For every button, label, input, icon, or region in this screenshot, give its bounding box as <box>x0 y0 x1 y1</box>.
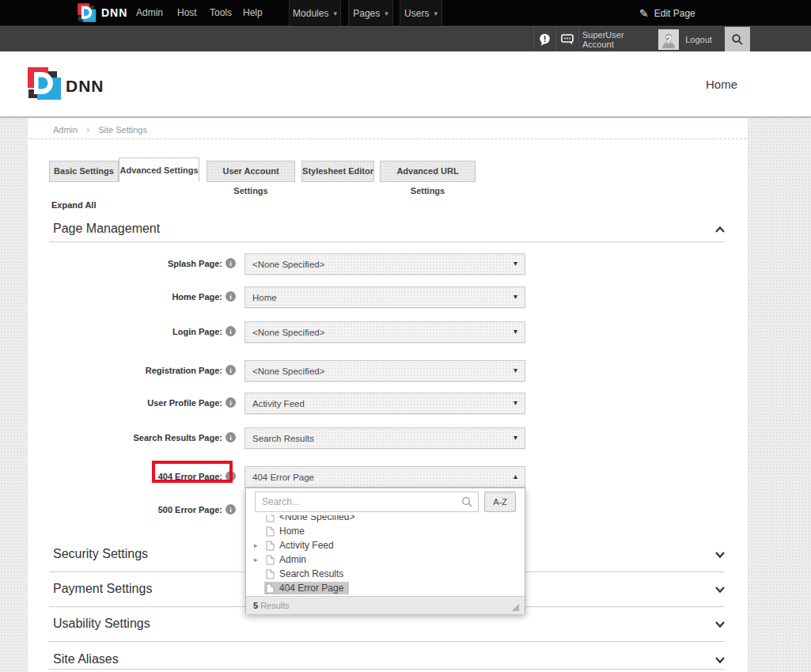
info-icon[interactable]: i <box>225 365 236 375</box>
menu-modules[interactable]: Modules ▾ <box>289 0 341 26</box>
section-site-aliases[interactable]: Site Aliases <box>53 652 119 666</box>
chevron-down-icon[interactable] <box>714 586 726 594</box>
section-divider <box>49 241 725 242</box>
menu-host[interactable]: Host <box>177 0 197 26</box>
tab-user-account-settings[interactable]: User Account Settings <box>207 161 295 182</box>
info-icon[interactable]: i <box>225 397 236 408</box>
resize-handle-icon[interactable] <box>510 602 520 612</box>
field-label: Splash Page: <box>48 259 222 268</box>
picker-search-input[interactable] <box>255 492 479 512</box>
form-row-splash-page: Splash Page: i <None Specified> ▾ <box>28 253 748 275</box>
caret-down-icon: ▾ <box>514 433 517 442</box>
caret-down-icon: ▾ <box>434 9 438 17</box>
picker-tree-list: <None Specified> Home ▸ <box>246 515 525 596</box>
notifications-button[interactable] <box>533 27 555 52</box>
info-icon[interactable]: i <box>225 471 236 481</box>
search-icon <box>731 33 744 46</box>
field-label: 404 Error Page: <box>48 472 222 481</box>
field-label: Login Page: <box>48 327 222 336</box>
page-icon <box>266 515 275 522</box>
dnn-logo-text: DNN <box>101 6 127 19</box>
section-security-settings[interactable]: Security Settings <box>53 547 148 561</box>
caret-down-icon: ▾ <box>514 398 517 407</box>
control-bar: DNN Admin Host Tools Help Modules ▾ Page… <box>0 0 811 26</box>
user-profile-page-select[interactable]: Activity Feed ▾ <box>244 393 525 414</box>
section-payment-settings[interactable]: Payment Settings <box>53 582 152 596</box>
dnn-logo-icon <box>77 2 97 23</box>
caret-down-icon: ▾ <box>514 292 517 301</box>
tree-item-none-specified[interactable]: <None Specified> <box>246 515 525 524</box>
form-row-registration-page: Registration Page: i <None Specified> ▾ <box>28 360 748 382</box>
field-label: Search Results Page: <box>48 433 222 442</box>
tree-item-activity-feed[interactable]: ▸ Activity Feed <box>246 538 525 552</box>
tab-advanced-url-settings[interactable]: Advanced URL Settings <box>380 161 476 182</box>
pencil-icon: ✎ <box>639 7 649 20</box>
info-icon[interactable]: i <box>225 432 236 442</box>
form-row-404-error-page: 404 Error Page: i 404 Error Page ▴ <box>28 466 748 488</box>
messages-button[interactable] <box>555 27 578 52</box>
error-404-page-select[interactable]: 404 Error Page ▴ <box>244 466 525 488</box>
breadcrumb-current: Site Settings <box>98 125 147 135</box>
search-button[interactable] <box>725 27 750 52</box>
caret-down-icon: ▾ <box>514 366 517 374</box>
section-page-management[interactable]: Page Management <box>53 222 160 236</box>
divider <box>578 27 579 52</box>
dnn-admin-page: DNN Admin Host Tools Help Modules ▾ Page… <box>0 0 811 672</box>
menu-pages[interactable]: Pages ▾ <box>348 0 393 26</box>
chevron-down-icon[interactable] <box>714 656 726 664</box>
info-icon[interactable]: i <box>225 258 236 268</box>
info-icon[interactable]: i <box>225 326 236 336</box>
results-count: 5 <box>253 601 258 610</box>
logout-link[interactable]: Logout <box>682 27 715 52</box>
nav-home[interactable]: Home <box>706 78 737 91</box>
page-icon <box>266 569 275 579</box>
site-header: DNN. Home <box>0 51 811 116</box>
tree-item-admin[interactable]: ▸ Admin <box>246 552 525 567</box>
tab-advanced-settings[interactable]: Advanced Settings <box>119 158 199 182</box>
registration-page-select[interactable]: <None Specified> ▾ <box>244 360 525 382</box>
account-link[interactable]: SuperUser Account <box>582 27 654 52</box>
results-label: Results <box>260 601 290 610</box>
breadcrumb-admin[interactable]: Admin <box>53 125 78 135</box>
dnn-logo-wordmark: DNN. <box>66 77 104 95</box>
section-divider <box>49 669 725 670</box>
tree-item-search-results[interactable]: Search Results <box>246 567 525 581</box>
search-icon <box>461 496 473 508</box>
form-row-search-results-page: Search Results Page: i Search Results ▾ <box>28 427 748 450</box>
dnn-site-logo[interactable]: DNN. <box>28 66 104 105</box>
menu-tools[interactable]: Tools <box>210 0 232 26</box>
dnn-mini-logo[interactable]: DNN <box>77 2 127 23</box>
messages-icon <box>560 33 574 46</box>
caret-down-icon: ▾ <box>514 259 517 268</box>
edit-page-button[interactable]: ✎ Edit Page <box>639 0 695 26</box>
page-picker-dropdown: A-Z <None Specified> <box>245 488 525 614</box>
section-usability-settings[interactable]: Usability Settings <box>53 617 150 631</box>
tab-stylesheet-editor[interactable]: Stylesheet Editor <box>301 161 374 182</box>
splash-page-select[interactable]: <None Specified> ▾ <box>244 253 525 275</box>
info-icon[interactable]: i <box>225 504 236 514</box>
tree-expand-icon[interactable]: ▸ <box>254 556 264 564</box>
notifications-icon <box>538 33 551 46</box>
login-page-select[interactable]: <None Specified> ▾ <box>244 321 525 343</box>
caret-down-icon: ▾ <box>333 9 337 17</box>
chevron-down-icon[interactable] <box>714 551 726 559</box>
home-page-select[interactable]: Home ▾ <box>244 287 525 308</box>
search-results-page-select[interactable]: Search Results ▾ <box>244 427 525 449</box>
chevron-down-icon[interactable] <box>714 621 726 628</box>
tree-expand-icon[interactable]: ▸ <box>254 541 264 549</box>
section-divider <box>49 641 725 642</box>
tree-item-home[interactable]: Home <box>246 524 525 538</box>
caret-up-icon: ▴ <box>514 472 517 480</box>
avatar[interactable]: ? <box>658 29 679 50</box>
menu-users[interactable]: Users ▾ <box>400 0 442 26</box>
sort-az-button[interactable]: A-Z <box>484 492 516 512</box>
field-label: 500 Error Page: <box>48 505 222 514</box>
menu-help[interactable]: Help <box>243 0 263 26</box>
chevron-up-icon[interactable] <box>714 226 726 233</box>
menu-admin[interactable]: Admin <box>136 0 163 26</box>
dashed-divider <box>29 139 746 139</box>
expand-all-link[interactable]: Expand All <box>51 200 96 210</box>
tab-basic-settings[interactable]: Basic Settings <box>49 161 119 182</box>
tree-item-404-error-page[interactable]: 404 Error Page <box>246 581 525 595</box>
info-icon[interactable]: i <box>225 291 236 302</box>
